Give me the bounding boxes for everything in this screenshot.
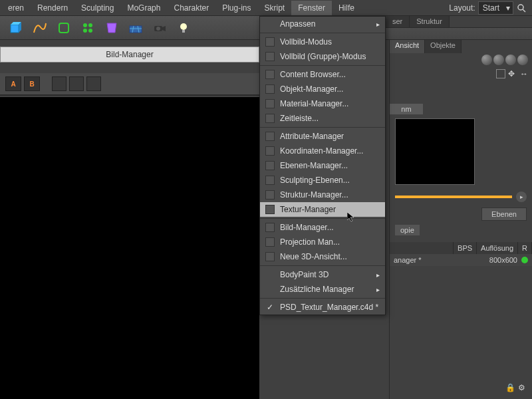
dd-sep	[260, 33, 385, 33]
th-aufloesung[interactable]: Auflösung	[477, 242, 518, 254]
svg-point-0	[518, 5, 523, 10]
dd-neue-3d-ansicht[interactable]: Neue 3D-Ansicht...	[260, 249, 385, 264]
fenster-dropdown: Anpassen Vollbild-Modus Vollbild (Gruppe…	[259, 16, 386, 315]
view3d-icon	[265, 252, 275, 261]
nurbs-tool-icon[interactable]	[55, 19, 73, 37]
menu-item-charakter[interactable]: Charakter	[167, 1, 215, 15]
dd-content-browser[interactable]: Content Browser...	[260, 67, 385, 82]
floor-tool-icon[interactable]	[126, 19, 145, 37]
dd-sep	[260, 298, 385, 299]
dd-label: Textur-Manager	[280, 205, 336, 214]
fullscreen-group-icon	[265, 52, 275, 61]
bild-manager-toolbar: A B	[0, 73, 259, 96]
slider-play-icon[interactable]: ▸	[516, 192, 527, 202]
ebenen-button[interactable]: Ebenen	[481, 207, 527, 221]
menu-item-skript[interactable]: Skript	[258, 1, 292, 15]
panel-icon[interactable]	[496, 69, 505, 78]
camera-tool-icon[interactable]	[150, 19, 169, 37]
svg-marker-16	[162, 26, 166, 31]
dd-bodypaint[interactable]: BodyPaint 3D	[260, 267, 385, 282]
tab-ansicht[interactable]: Ansicht	[390, 40, 425, 53]
slider-track[interactable]	[395, 196, 512, 198]
row-name: anager *	[390, 254, 481, 266]
menu-item-mograph[interactable]: MoGraph	[120, 1, 167, 15]
arrow-icon[interactable]: ↔	[520, 69, 529, 78]
light-tool-icon[interactable]	[174, 19, 193, 37]
sculpt-icon	[265, 176, 275, 185]
dd-material-manager[interactable]: Material-Manager...	[260, 96, 385, 111]
channel-icon[interactable]	[69, 76, 84, 91]
histogram-icon[interactable]	[52, 76, 66, 91]
svg-rect-5	[59, 23, 68, 33]
tab-struktur[interactable]: Struktur	[410, 16, 450, 27]
attribute-icon	[265, 132, 275, 141]
sphere-icon[interactable]	[505, 55, 516, 65]
dd-sculpting-ebenen[interactable]: Sculpting-Ebenen...	[260, 173, 385, 188]
spline-tool-icon[interactable]	[31, 19, 49, 37]
array-tool-icon[interactable]	[78, 19, 97, 37]
viewport[interactable]	[0, 97, 259, 399]
dd-anpassen[interactable]: Anpassen	[260, 17, 385, 31]
dd-label: Anpassen	[280, 19, 315, 29]
dd-document[interactable]: ✓PSD_Textur_Manager.c4d *	[260, 300, 385, 315]
dd-vollbild-gruppe[interactable]: Vollbild (Gruppe)-Modus	[260, 49, 385, 64]
nm-label: nm	[390, 104, 423, 114]
dd-ebenen-manager[interactable]: Ebenen-Manager...	[260, 158, 385, 173]
deformer-tool-icon[interactable]	[102, 19, 121, 37]
dd-textur-manager[interactable]: Textur-Manager	[260, 202, 385, 217]
th-bps[interactable]: BPS	[454, 242, 477, 254]
layers-icon	[265, 161, 275, 170]
menu-item-rendern[interactable]: Rendern	[31, 1, 74, 15]
b-button[interactable]: B	[24, 76, 40, 91]
preview-box[interactable]	[395, 118, 475, 185]
menu-item-plugins[interactable]: Plug-ins	[215, 1, 257, 15]
svg-point-7	[88, 23, 92, 27]
dd-struktur-manager[interactable]: Struktur-Manager...	[260, 188, 385, 202]
material-spheres	[390, 53, 532, 66]
menu-item-hilfe[interactable]: Hilfe	[332, 1, 361, 15]
th-name[interactable]	[390, 242, 454, 254]
svg-line-1	[523, 9, 525, 12]
dd-bild-manager[interactable]: Bild-Manager...	[260, 220, 385, 235]
opie-button[interactable]: opie	[395, 225, 420, 235]
sphere-icon[interactable]	[493, 55, 504, 65]
move-icon[interactable]: ✥	[508, 69, 517, 78]
cube-tool-icon[interactable]	[7, 19, 25, 37]
tab-ser[interactable]: ser	[386, 16, 410, 27]
sphere-icon[interactable]	[481, 55, 492, 65]
table-header: BPS Auflösung R	[390, 242, 532, 254]
panel-tool-icons: ✥ ↔	[390, 66, 532, 81]
dd-zeitleiste[interactable]: Zeitleiste...	[260, 111, 385, 126]
search-icon[interactable]	[516, 3, 527, 13]
layout-select[interactable]: Start	[478, 1, 513, 15]
rp-tabs: Ansicht Objekte	[390, 40, 532, 53]
dd-objekt-manager[interactable]: Objekt-Manager...	[260, 82, 385, 96]
a-button[interactable]: A	[5, 76, 21, 91]
dd-zusaetzliche[interactable]: Zusätzliche Manager	[260, 282, 385, 297]
dd-sep	[260, 218, 385, 219]
lock-icon[interactable]: 🔒	[505, 383, 515, 392]
svg-point-8	[83, 29, 87, 33]
dd-sep	[260, 65, 385, 66]
timeline-icon	[265, 114, 275, 123]
svg-rect-2	[11, 25, 19, 33]
layers-icon[interactable]	[86, 76, 101, 91]
dd-vollbild[interactable]: Vollbild-Modus	[260, 35, 385, 49]
table-row[interactable]: anager * 532x399	[390, 254, 532, 266]
texture-icon	[265, 205, 275, 214]
dd-koordinaten-manager[interactable]: Koordinaten-Manager...	[260, 144, 385, 158]
dd-attribute-manager[interactable]: Attribute-Manager	[260, 129, 385, 144]
th-r[interactable]: R	[518, 242, 532, 254]
menu-item-fenster[interactable]: Fenster	[291, 1, 332, 15]
right-panel: Ansicht Objekte ✥ ↔ nm ▸ Ebenen opie BPS…	[389, 40, 532, 399]
button-row: Ebenen	[390, 205, 532, 223]
layout-area: Layout: Start	[449, 1, 531, 15]
dd-sep	[260, 265, 385, 266]
menu-item-sculpting[interactable]: Sculpting	[74, 1, 120, 15]
dd-label: Sculpting-Ebenen...	[280, 176, 350, 185]
menu-item-0[interactable]: eren	[1, 1, 31, 15]
sphere-icon[interactable]	[517, 55, 528, 65]
dd-projection-man[interactable]: Projection Man...	[260, 235, 385, 249]
tab-objekte[interactable]: Objekte	[425, 40, 462, 53]
gear-icon[interactable]: ⚙	[518, 383, 525, 392]
